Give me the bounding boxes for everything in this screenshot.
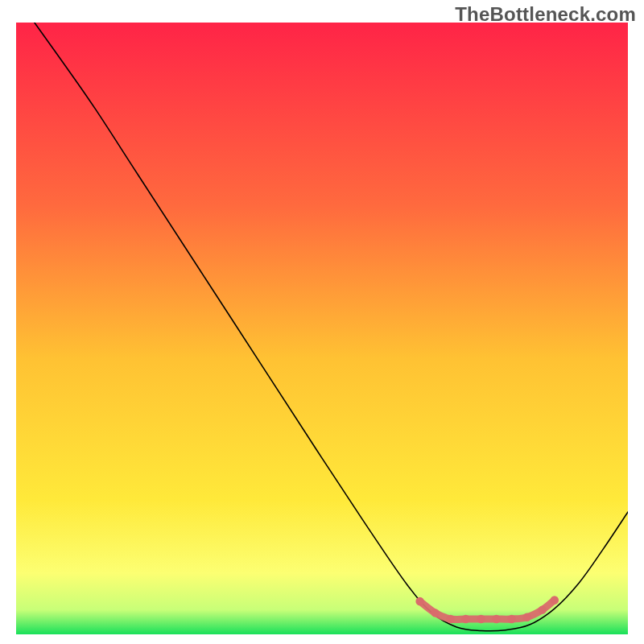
gradient-background (16, 23, 628, 634)
svg-point-2 (446, 615, 454, 623)
svg-point-6 (507, 615, 515, 623)
svg-point-5 (492, 615, 500, 623)
svg-point-1 (431, 609, 439, 617)
svg-point-8 (538, 605, 546, 613)
svg-point-7 (522, 613, 530, 621)
plot-area (16, 23, 628, 634)
svg-point-3 (461, 615, 469, 623)
svg-point-0 (415, 597, 423, 605)
watermark-text: TheBottleneck.com (455, 3, 636, 26)
svg-point-4 (477, 615, 485, 623)
svg-point-9 (551, 596, 559, 604)
chart-stage: TheBottleneck.com (0, 0, 644, 644)
bottleneck-chart (16, 23, 628, 634)
